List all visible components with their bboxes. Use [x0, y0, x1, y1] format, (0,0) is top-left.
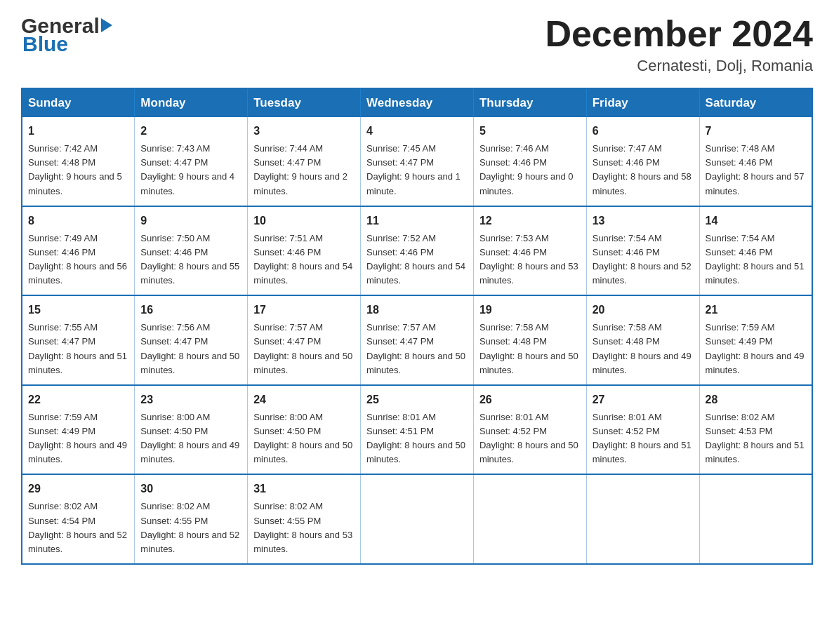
day-info: Sunrise: 7:45 AMSunset: 4:47 PMDaylight:…: [366, 142, 468, 199]
calendar-cell: 5Sunrise: 7:46 AMSunset: 4:46 PMDaylight…: [473, 117, 586, 206]
calendar-cell: 6Sunrise: 7:47 AMSunset: 4:46 PMDaylight…: [586, 117, 699, 206]
calendar-cell: 27Sunrise: 8:01 AMSunset: 4:52 PMDayligh…: [586, 385, 699, 475]
day-number: 4: [366, 123, 468, 140]
day-number: 17: [253, 302, 355, 318]
title-block: December 2024 Cernatesti, Dolj, Romania: [545, 14, 813, 75]
calendar-cell: 22Sunrise: 7:59 AMSunset: 4:49 PMDayligh…: [22, 385, 135, 475]
calendar-cell: 13Sunrise: 7:54 AMSunset: 4:46 PMDayligh…: [586, 206, 699, 296]
day-info: Sunrise: 8:02 AMSunset: 4:55 PMDaylight:…: [253, 499, 355, 556]
calendar-cell: 1Sunrise: 7:42 AMSunset: 4:48 PMDaylight…: [22, 117, 135, 206]
day-info: Sunrise: 7:47 AMSunset: 4:46 PMDaylight:…: [593, 142, 694, 199]
day-number: 22: [28, 391, 128, 408]
day-number: 24: [253, 391, 355, 408]
day-info: Sunrise: 8:00 AMSunset: 4:50 PMDaylight:…: [253, 410, 355, 467]
calendar-cell: [586, 474, 699, 564]
calendar-cell: 9Sunrise: 7:50 AMSunset: 4:46 PMDaylight…: [135, 206, 248, 296]
day-number: 2: [140, 123, 241, 140]
day-number: 6: [593, 123, 694, 140]
calendar-cell: 17Sunrise: 7:57 AMSunset: 4:47 PMDayligh…: [248, 295, 361, 385]
calendar-cell: [361, 474, 474, 564]
weekday-header-tuesday: Tuesday: [248, 88, 361, 117]
page-header: General Blue December 2024 Cernatesti, D…: [21, 14, 813, 75]
calendar-cell: 23Sunrise: 8:00 AMSunset: 4:50 PMDayligh…: [135, 385, 248, 475]
day-info: Sunrise: 8:02 AMSunset: 4:55 PMDaylight:…: [140, 499, 241, 556]
calendar-cell: 16Sunrise: 7:56 AMSunset: 4:47 PMDayligh…: [135, 295, 248, 385]
day-number: 12: [479, 213, 581, 229]
day-info: Sunrise: 7:57 AMSunset: 4:47 PMDaylight:…: [253, 321, 355, 377]
day-info: Sunrise: 7:44 AMSunset: 4:47 PMDaylight:…: [253, 142, 355, 199]
day-info: Sunrise: 7:46 AMSunset: 4:46 PMDaylight:…: [479, 142, 581, 199]
day-number: 20: [593, 302, 694, 318]
calendar-cell: 4Sunrise: 7:45 AMSunset: 4:47 PMDaylight…: [361, 117, 474, 206]
calendar-week-row: 1Sunrise: 7:42 AMSunset: 4:48 PMDaylight…: [22, 117, 812, 206]
day-number: 28: [706, 391, 806, 408]
calendar-week-row: 22Sunrise: 7:59 AMSunset: 4:49 PMDayligh…: [22, 385, 812, 475]
day-info: Sunrise: 7:53 AMSunset: 4:46 PMDaylight:…: [479, 232, 581, 288]
calendar-cell: 7Sunrise: 7:48 AMSunset: 4:46 PMDaylight…: [699, 117, 812, 206]
calendar-cell: 12Sunrise: 7:53 AMSunset: 4:46 PMDayligh…: [473, 206, 586, 296]
day-info: Sunrise: 8:00 AMSunset: 4:50 PMDaylight:…: [140, 410, 241, 467]
day-number: 29: [28, 481, 128, 497]
calendar-week-row: 8Sunrise: 7:49 AMSunset: 4:46 PMDaylight…: [22, 206, 812, 296]
calendar-cell: 19Sunrise: 7:58 AMSunset: 4:48 PMDayligh…: [473, 295, 586, 385]
day-info: Sunrise: 7:57 AMSunset: 4:47 PMDaylight:…: [366, 321, 468, 377]
day-info: Sunrise: 7:50 AMSunset: 4:46 PMDaylight:…: [140, 232, 241, 288]
calendar-cell: 29Sunrise: 8:02 AMSunset: 4:54 PMDayligh…: [22, 474, 135, 564]
day-number: 3: [253, 123, 355, 140]
calendar-cell: 18Sunrise: 7:57 AMSunset: 4:47 PMDayligh…: [361, 295, 474, 385]
day-number: 11: [366, 213, 468, 229]
day-info: Sunrise: 7:58 AMSunset: 4:48 PMDaylight:…: [479, 321, 581, 377]
day-info: Sunrise: 7:42 AMSunset: 4:48 PMDaylight:…: [28, 142, 128, 199]
day-info: Sunrise: 7:54 AMSunset: 4:46 PMDaylight:…: [706, 232, 806, 288]
day-number: 1: [28, 123, 128, 140]
weekday-header-friday: Friday: [586, 88, 699, 117]
weekday-header-thursday: Thursday: [473, 88, 586, 117]
calendar-cell: 24Sunrise: 8:00 AMSunset: 4:50 PMDayligh…: [248, 385, 361, 475]
calendar-cell: 10Sunrise: 7:51 AMSunset: 4:46 PMDayligh…: [248, 206, 361, 296]
day-number: 27: [593, 391, 694, 408]
day-info: Sunrise: 7:54 AMSunset: 4:46 PMDaylight:…: [593, 232, 694, 288]
calendar-cell: 8Sunrise: 7:49 AMSunset: 4:46 PMDaylight…: [22, 206, 135, 296]
calendar-header: SundayMondayTuesdayWednesdayThursdayFrid…: [22, 88, 812, 117]
day-info: Sunrise: 8:01 AMSunset: 4:52 PMDaylight:…: [593, 410, 694, 467]
calendar-body: 1Sunrise: 7:42 AMSunset: 4:48 PMDaylight…: [22, 117, 812, 564]
calendar-cell: 3Sunrise: 7:44 AMSunset: 4:47 PMDaylight…: [248, 117, 361, 206]
day-info: Sunrise: 8:02 AMSunset: 4:54 PMDaylight:…: [28, 499, 128, 556]
day-info: Sunrise: 7:49 AMSunset: 4:46 PMDaylight:…: [28, 232, 128, 288]
calendar-cell: 30Sunrise: 8:02 AMSunset: 4:55 PMDayligh…: [135, 474, 248, 564]
calendar-cell: 14Sunrise: 7:54 AMSunset: 4:46 PMDayligh…: [699, 206, 812, 296]
calendar-cell: 25Sunrise: 8:01 AMSunset: 4:51 PMDayligh…: [361, 385, 474, 475]
calendar-cell: [473, 474, 586, 564]
day-number: 31: [253, 481, 355, 497]
day-info: Sunrise: 7:51 AMSunset: 4:46 PMDaylight:…: [253, 232, 355, 288]
weekday-header-wednesday: Wednesday: [361, 88, 474, 117]
day-info: Sunrise: 8:02 AMSunset: 4:53 PMDaylight:…: [706, 410, 806, 467]
day-number: 14: [706, 213, 806, 229]
weekday-header-monday: Monday: [135, 88, 248, 117]
calendar-cell: 28Sunrise: 8:02 AMSunset: 4:53 PMDayligh…: [699, 385, 812, 475]
month-title: December 2024: [545, 14, 813, 54]
day-number: 16: [140, 302, 241, 318]
day-info: Sunrise: 8:01 AMSunset: 4:51 PMDaylight:…: [366, 410, 468, 467]
calendar-cell: 26Sunrise: 8:01 AMSunset: 4:52 PMDayligh…: [473, 385, 586, 475]
weekday-header-sunday: Sunday: [22, 88, 135, 117]
day-number: 7: [706, 123, 806, 140]
logo-arrow-icon: [101, 18, 112, 32]
logo: General Blue: [21, 14, 112, 56]
calendar-cell: 2Sunrise: 7:43 AMSunset: 4:47 PMDaylight…: [135, 117, 248, 206]
calendar-week-row: 29Sunrise: 8:02 AMSunset: 4:54 PMDayligh…: [22, 474, 812, 564]
day-info: Sunrise: 7:56 AMSunset: 4:47 PMDaylight:…: [140, 321, 241, 377]
day-number: 23: [140, 391, 241, 408]
calendar-cell: 15Sunrise: 7:55 AMSunset: 4:47 PMDayligh…: [22, 295, 135, 385]
day-number: 21: [706, 302, 806, 318]
day-number: 9: [140, 213, 241, 229]
logo-blue-text: Blue: [21, 32, 112, 56]
day-number: 5: [479, 123, 581, 140]
day-info: Sunrise: 7:52 AMSunset: 4:46 PMDaylight:…: [366, 232, 468, 288]
day-info: Sunrise: 7:55 AMSunset: 4:47 PMDaylight:…: [28, 321, 128, 377]
day-number: 26: [479, 391, 581, 408]
weekday-header-row: SundayMondayTuesdayWednesdayThursdayFrid…: [22, 88, 812, 117]
day-info: Sunrise: 7:59 AMSunset: 4:49 PMDaylight:…: [28, 410, 128, 467]
day-info: Sunrise: 8:01 AMSunset: 4:52 PMDaylight:…: [479, 410, 581, 467]
day-number: 13: [593, 213, 694, 229]
